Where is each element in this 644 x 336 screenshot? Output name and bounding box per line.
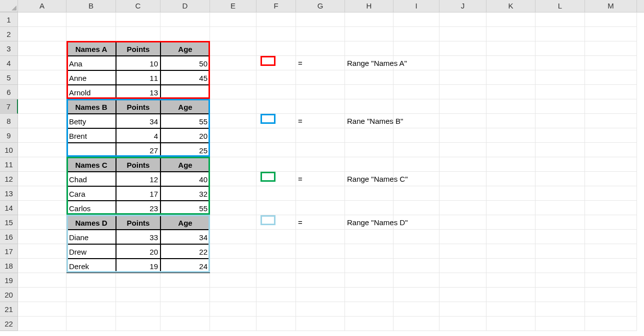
cell-d[interactable] <box>160 12 210 27</box>
cell-k[interactable] <box>486 288 536 302</box>
cell-g[interactable] <box>296 201 345 215</box>
table-b-name-0[interactable]: Betty <box>66 114 116 128</box>
cell-h[interactable] <box>345 85 394 99</box>
table-d-header-0[interactable]: Names D <box>66 215 116 230</box>
cell-i[interactable] <box>394 273 440 288</box>
cell-l[interactable] <box>536 201 585 215</box>
column-header-l[interactable]: L <box>536 0 585 12</box>
cell-e[interactable] <box>210 70 256 85</box>
row-header-4[interactable]: 4 <box>0 56 18 70</box>
cell-g[interactable] <box>296 317 345 331</box>
row-header-22[interactable]: 22 <box>0 317 18 331</box>
legend-equals-c[interactable]: = <box>296 172 345 186</box>
cell-f[interactable] <box>256 70 296 85</box>
cell-l[interactable] <box>536 143 585 157</box>
cell-h[interactable] <box>345 317 394 331</box>
cell-a[interactable] <box>18 114 66 128</box>
cell-i[interactable] <box>394 143 440 157</box>
cell-f[interactable] <box>256 259 296 273</box>
cell-j[interactable] <box>440 172 486 186</box>
row-header-12[interactable]: 12 <box>0 172 18 186</box>
cell-k[interactable] <box>486 12 536 27</box>
row-header-18[interactable]: 18 <box>0 259 18 273</box>
cell-m[interactable] <box>585 27 637 41</box>
cell-g[interactable] <box>296 186 345 201</box>
cell-k[interactable] <box>486 143 536 157</box>
table-d-header-2[interactable]: Age <box>160 215 210 230</box>
cell-a[interactable] <box>18 99 66 114</box>
cell-h[interactable] <box>345 201 394 215</box>
cell-d[interactable] <box>160 288 210 302</box>
row-header-2[interactable]: 2 <box>0 27 18 41</box>
cell-i[interactable] <box>394 157 440 172</box>
cell-g[interactable] <box>296 85 345 99</box>
table-b-points-2[interactable]: 27 <box>116 143 160 157</box>
table-c-points-0[interactable]: 12 <box>116 172 160 186</box>
cell-h[interactable] <box>345 12 394 27</box>
cell-k[interactable] <box>486 172 536 186</box>
cell-l[interactable] <box>536 172 585 186</box>
row-header-14[interactable]: 14 <box>0 201 18 215</box>
cell-e[interactable] <box>210 157 256 172</box>
table-c-name-1[interactable]: Cara <box>66 186 116 201</box>
cell-d[interactable] <box>160 302 210 317</box>
cell-g[interactable] <box>296 302 345 317</box>
cell-b[interactable] <box>66 302 116 317</box>
cell-a[interactable] <box>18 157 66 172</box>
cell-m[interactable] <box>585 12 637 27</box>
cell-f[interactable] <box>256 317 296 331</box>
cell-m[interactable] <box>585 41 637 56</box>
cell-f[interactable] <box>256 12 296 27</box>
cell-a[interactable] <box>18 288 66 302</box>
cell-a[interactable] <box>18 128 66 143</box>
cell-c[interactable] <box>116 27 160 41</box>
cell-h[interactable] <box>345 41 394 56</box>
cell-k[interactable] <box>486 302 536 317</box>
cell-k[interactable] <box>486 56 536 70</box>
legend-label-d[interactable]: Range "Names D" <box>345 215 394 230</box>
cell-m[interactable] <box>585 201 637 215</box>
cell-h[interactable] <box>345 157 394 172</box>
cell-h[interactable] <box>345 230 394 244</box>
cell-j[interactable] <box>440 273 486 288</box>
table-a-name-0[interactable]: Ana <box>66 56 116 70</box>
cell-m[interactable] <box>585 70 637 85</box>
cell-e[interactable] <box>210 143 256 157</box>
cell-k[interactable] <box>486 114 536 128</box>
cell-l[interactable] <box>536 56 585 70</box>
legend-label-b[interactable]: Rane "Names B" <box>345 114 394 128</box>
legend-label-a[interactable]: Range "Names A" <box>345 56 394 70</box>
column-header-d[interactable]: D <box>160 0 210 12</box>
cell-k[interactable] <box>486 70 536 85</box>
cell-m[interactable] <box>585 157 637 172</box>
cell-i[interactable] <box>394 186 440 201</box>
cell-m[interactable] <box>585 186 637 201</box>
legend-equals-b[interactable]: = <box>296 114 345 128</box>
cell-i[interactable] <box>394 99 440 114</box>
cell-f[interactable] <box>256 201 296 215</box>
cell-k[interactable] <box>486 85 536 99</box>
cell-f[interactable] <box>256 186 296 201</box>
cell-l[interactable] <box>536 99 585 114</box>
cell-d[interactable] <box>160 317 210 331</box>
cell-g[interactable] <box>296 12 345 27</box>
cell-i[interactable] <box>394 244 440 259</box>
cell-e[interactable] <box>210 259 256 273</box>
table-c-header-0[interactable]: Names C <box>66 157 116 172</box>
cell-j[interactable] <box>440 288 486 302</box>
cell-d[interactable] <box>160 27 210 41</box>
cell-j[interactable] <box>440 70 486 85</box>
legend-swatch-a[interactable] <box>256 56 296 70</box>
cell-f[interactable] <box>256 288 296 302</box>
table-d-name-0[interactable]: Diane <box>66 230 116 244</box>
column-header-h[interactable]: H <box>345 0 394 12</box>
cell-h[interactable] <box>345 288 394 302</box>
cell-e[interactable] <box>210 56 256 70</box>
cell-e[interactable] <box>210 288 256 302</box>
cell-a[interactable] <box>18 317 66 331</box>
cell-c[interactable] <box>116 288 160 302</box>
table-a-name-2[interactable]: Arnold <box>66 85 116 99</box>
row-header-15[interactable]: 15 <box>0 215 18 230</box>
cell-i[interactable] <box>394 12 440 27</box>
table-c-age-2[interactable]: 55 <box>160 201 210 215</box>
